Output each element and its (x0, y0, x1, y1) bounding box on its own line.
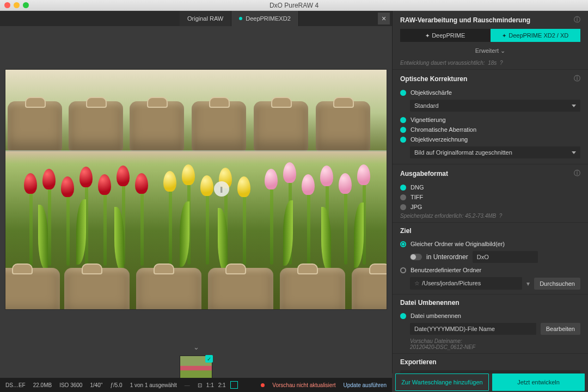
close-compare-button[interactable]: × (378, 13, 390, 24)
preview-stale-warning: Vorschau nicht aktualisiert (272, 382, 335, 388)
filmstrip-collapse-icon[interactable]: ⌄ (0, 343, 392, 352)
zoom-fit-button[interactable]: ⊡ (198, 382, 202, 388)
zoom-2to1-button[interactable]: 2:1 (218, 382, 226, 388)
active-dot-icon (239, 17, 242, 20)
status-filesize: 22.0MB (33, 382, 52, 388)
rename-edit-button[interactable]: Bearbeiten (541, 323, 580, 335)
image-viewer[interactable]: ‖ (0, 26, 392, 343)
status-aperture: ƒ/5.0 (110, 382, 122, 388)
section-export-title: Exportieren (400, 358, 580, 366)
window-title: DxO PureRAW 4 (0, 2, 588, 9)
eta-hint: Entwicklung dauert voraussichtlich: 18s … (400, 59, 580, 67)
action-bar: Zur Warteschlange hinzufügen Jetzt entwi… (392, 373, 588, 392)
dest-subfolder-label: in Unterordner (426, 253, 468, 261)
crop-overlay-icon[interactable] (230, 381, 238, 389)
rename-preview: Vorschau Dateiname:20120420-DSC_0612-NEF (400, 337, 580, 351)
rename-toggle[interactable]: Datei umbenennen (400, 311, 580, 321)
engine-deepprimexd2-button[interactable]: ✦DeepPRIME XD2 / XD (491, 29, 581, 42)
info-icon[interactable]: ⓘ (574, 15, 580, 24)
section-output-title: Ausgabeformatⓘ (400, 169, 580, 178)
section-dest-title: Ziel (400, 227, 580, 235)
tab-processed-label: DeepPRIMEXD2 (246, 15, 291, 22)
engine-deepprimexd2-label: DeepPRIME XD2 / XD (509, 32, 568, 39)
dest-custom-radio[interactable]: Benutzerdefinierter Ordner (400, 265, 580, 275)
opt-vignette-toggle[interactable]: Vignettierung (400, 115, 580, 125)
dest-subfolder-switch[interactable] (410, 254, 422, 260)
sparkle-icon: ✦ (502, 33, 506, 39)
panel-header-label: RAW-Verarbeitung und Rauschminderung (400, 16, 530, 24)
dest-subfolder-input[interactable]: DxO (473, 251, 538, 263)
output-space-hint: Speicherplatz erforderlich: 45.2-73.4MB … (400, 212, 580, 220)
dest-browse-button[interactable]: Durchsuchen (534, 278, 580, 290)
dest-same-radio[interactable]: Gleicher Ordner wie Originalbild(er) (400, 239, 580, 249)
panel-header: RAW-Verarbeitung und Rauschminderung ⓘ (400, 15, 580, 24)
opt-sharp-select[interactable]: Standard (410, 100, 580, 112)
output-jpg-toggle[interactable]: JPG (400, 202, 580, 212)
settings-panel: RAW-Verarbeitung und Rauschminderung ⓘ ✦… (392, 11, 588, 392)
status-shutter: 1/40" (90, 382, 102, 388)
titlebar: DxO PureRAW 4 (0, 0, 588, 11)
status-bar: DS…EF 22.0MB ISO 3600 1/40" ƒ/5.0 1 von … (0, 378, 392, 392)
opt-distortion-toggle[interactable]: Objektivverzeichnung (400, 134, 580, 144)
tab-original[interactable]: Original RAW (180, 11, 231, 26)
status-selection: 1 von 1 ausgewählt (130, 382, 177, 388)
update-preview-link[interactable]: Update ausführen (343, 382, 387, 388)
engine-deepprime-label: DeepPRIME (432, 32, 465, 39)
output-dng-toggle[interactable]: DNG (400, 182, 580, 192)
opt-distortion-select[interactable]: Bild auf Originalformat zugeschnitten (410, 146, 580, 158)
info-icon[interactable]: ⓘ (574, 74, 580, 83)
tab-processed[interactable]: DeepPRIMEXD2 (231, 11, 299, 26)
section-rename-title: Datei Umbenennen (400, 299, 580, 307)
advanced-toggle[interactable]: Erweitert ⌄ (400, 45, 580, 59)
info-icon[interactable]: ⓘ (574, 169, 580, 178)
zoom-controls: ⊡ 1:1 2:1 (198, 381, 238, 389)
output-tiff-toggle[interactable]: TIFF (400, 192, 580, 202)
opt-ca-toggle[interactable]: Chromatische Aberration (400, 125, 580, 134)
status-iso: ISO 3600 (59, 382, 82, 388)
add-to-queue-button[interactable]: Zur Warteschlange hinzufügen (395, 373, 489, 391)
image-canvas[interactable]: ‖ (5, 70, 387, 309)
sparkle-icon: ✦ (425, 33, 430, 39)
section-optical-title: Optische Korrekturenⓘ (400, 74, 580, 83)
thumb-selected-check-icon: ✓ (205, 355, 213, 363)
dest-path-input[interactable]: ☆/Users/jordan/Pictures (410, 277, 522, 290)
status-filename: DS…EF (5, 382, 26, 388)
compare-slider-handle[interactable]: ‖ (214, 181, 229, 197)
engine-selector: ✦DeepPRIME ✦DeepPRIME XD2 / XD (400, 29, 580, 42)
star-icon: ☆ (414, 280, 420, 286)
zoom-1to1-button[interactable]: 1:1 (206, 382, 214, 388)
compare-tabs: Original RAW DeepPRIMEXD2 × (0, 11, 392, 26)
warning-dot-icon (261, 383, 265, 387)
opt-sharp-toggle[interactable]: Objektivschärfe (400, 88, 580, 97)
engine-deepprime-button[interactable]: ✦DeepPRIME (400, 29, 491, 42)
rename-pattern-input[interactable]: Date(YYYYMMDD)-File Name (410, 323, 536, 335)
develop-now-button[interactable]: Jetzt entwickeln (492, 373, 585, 391)
preview-pane: Original RAW DeepPRIMEXD2 × (0, 11, 392, 392)
